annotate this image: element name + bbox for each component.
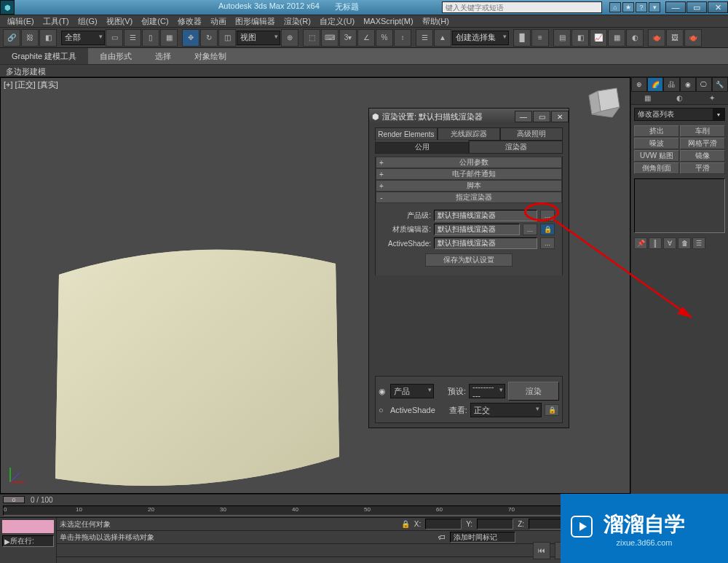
- dialog-min[interactable]: —: [515, 111, 532, 122]
- menu-create[interactable]: 创建(C): [137, 15, 173, 28]
- menu-grapheditors[interactable]: 图形编辑器: [231, 15, 280, 28]
- lock-view-icon[interactable]: 🔒: [545, 404, 559, 416]
- mod-bevel[interactable]: 倒角剖面: [634, 162, 679, 174]
- select-icon[interactable]: ▭: [106, 29, 123, 47]
- named-selection-icon[interactable]: ☰: [416, 29, 433, 47]
- schematic-icon[interactable]: ▦: [608, 29, 625, 47]
- snap-toggle-icon[interactable]: 3▾: [339, 29, 357, 47]
- maxscript-mini[interactable]: [2, 520, 54, 533]
- help-icon-3[interactable]: ?: [636, 2, 647, 12]
- panel-tab-create[interactable]: ⊕: [631, 77, 647, 92]
- mod-uvwmap[interactable]: UVW 贴图: [634, 150, 679, 162]
- modifier-list[interactable]: 修改器列表▾: [634, 108, 725, 121]
- tab-render-elements[interactable]: Render Elements: [375, 127, 438, 141]
- subicon-2[interactable]: ◐: [663, 92, 695, 104]
- menu-maxscript[interactable]: MAXScript(M): [359, 15, 417, 28]
- field-z[interactable]: [529, 519, 565, 529]
- angle-snap-icon[interactable]: ∠: [357, 29, 375, 47]
- status-line[interactable]: ▶ 所在行:: [2, 535, 54, 547]
- menu-modifiers[interactable]: 修改器: [173, 15, 206, 28]
- viewport-label[interactable]: [+] [正交] [真实]: [4, 79, 58, 90]
- keyboard-icon[interactable]: ⌨: [321, 29, 339, 47]
- goto-start-icon[interactable]: ⏮: [533, 542, 550, 559]
- tab-raytracer[interactable]: 光线跟踪器: [438, 127, 500, 141]
- ribbon-tab-graphite[interactable]: Graphite 建模工具: [0, 48, 88, 64]
- dialog-max[interactable]: ▭: [533, 111, 550, 122]
- tab-renderer[interactable]: 渲染器: [469, 141, 563, 154]
- unlink-icon[interactable]: ⛓: [21, 29, 39, 47]
- tab-common[interactable]: 公用: [375, 141, 469, 154]
- pivot-icon[interactable]: ⊕: [281, 29, 298, 47]
- render-setup-icon[interactable]: 🫖: [648, 29, 665, 47]
- spinner-snap-icon[interactable]: ↕: [394, 29, 411, 47]
- render-button[interactable]: 渲染: [508, 382, 559, 401]
- panel-tab-hierarchy[interactable]: 品: [663, 77, 679, 92]
- mirror-tool-icon[interactable]: ▐▌: [513, 29, 531, 47]
- layer-icon[interactable]: ▤: [553, 29, 571, 47]
- tab-adv-lighting[interactable]: 高级照明: [500, 127, 563, 141]
- bind-icon[interactable]: ◧: [39, 29, 57, 47]
- roll-assign-renderer[interactable]: -指定渲染器: [376, 192, 562, 203]
- panel-tab-utilities[interactable]: 🔧: [712, 77, 728, 92]
- menu-view[interactable]: 视图(V): [102, 15, 138, 28]
- select-name-icon[interactable]: ☰: [124, 29, 141, 47]
- render-icon[interactable]: 🫖: [684, 29, 702, 47]
- panel-tab-modify[interactable]: 🌈: [647, 77, 663, 92]
- menu-help[interactable]: 帮助(H): [418, 15, 454, 28]
- align-icon[interactable]: ≡: [531, 29, 549, 47]
- mod-lathe[interactable]: 车削: [680, 125, 725, 137]
- time-tag-icon[interactable]: 🏷: [438, 533, 446, 541]
- save-defaults-button[interactable]: 保存为默认设置: [425, 253, 513, 267]
- time-slider[interactable]: 0: [3, 496, 25, 503]
- rotate-icon[interactable]: ↻: [200, 29, 218, 47]
- pick-activeshade[interactable]: …: [540, 237, 555, 249]
- move-icon[interactable]: ✥: [182, 29, 199, 47]
- menu-tools[interactable]: 工具(T): [39, 15, 74, 28]
- manipulate-icon[interactable]: ⬚: [303, 29, 320, 47]
- field-y[interactable]: [477, 519, 513, 529]
- roll-email[interactable]: +电子邮件通知: [376, 168, 562, 180]
- percent-snap-icon[interactable]: %: [376, 29, 393, 47]
- view-combo[interactable]: 正交: [470, 403, 542, 417]
- radio-activeshade[interactable]: ○: [379, 406, 387, 414]
- menu-customize[interactable]: 自定义(U): [315, 15, 359, 28]
- subicon-3[interactable]: ✦: [696, 92, 728, 104]
- dialog-close[interactable]: ✕: [551, 111, 569, 122]
- mod-meshsmooth[interactable]: 网格平滑: [680, 138, 725, 149]
- roll-common-params[interactable]: +公用参数: [376, 157, 562, 168]
- panel-tab-display[interactable]: 🖵: [696, 77, 712, 92]
- help-icon-4[interactable]: ▾: [649, 2, 660, 12]
- mod-mirror[interactable]: 镜像: [680, 150, 725, 162]
- ribbon-icon[interactable]: ◧: [571, 29, 589, 47]
- menu-render[interactable]: 渲染(R): [280, 15, 315, 28]
- viewcube[interactable]: [587, 85, 622, 120]
- app-icon[interactable]: ⬢: [0, 0, 15, 15]
- search-box[interactable]: [442, 1, 602, 13]
- select-rect-icon[interactable]: ▯: [142, 29, 159, 47]
- selection-set-combo[interactable]: 创建选择集: [452, 31, 509, 45]
- subicon-1[interactable]: ▦: [631, 92, 663, 104]
- mod-noise[interactable]: 噪波: [634, 138, 679, 149]
- pick-material[interactable]: …: [523, 224, 537, 235]
- link-icon[interactable]: 🔗: [3, 29, 20, 47]
- render-frame-icon[interactable]: 🖼: [666, 29, 684, 47]
- curve-editor-icon[interactable]: 📈: [590, 29, 607, 47]
- search-input[interactable]: [443, 2, 601, 12]
- close-button[interactable]: ✕: [708, 1, 728, 13]
- minimize-button[interactable]: —: [665, 1, 686, 13]
- scale-icon[interactable]: ◫: [218, 29, 236, 47]
- mod-smooth[interactable]: 平滑: [680, 162, 725, 174]
- radio-product[interactable]: ◉: [379, 387, 387, 396]
- footer-product-combo[interactable]: 产品: [390, 384, 434, 398]
- roll-scripts[interactable]: +脚本: [376, 180, 562, 192]
- coord-combo[interactable]: 视图: [237, 31, 280, 45]
- menu-group[interactable]: 组(G): [74, 15, 102, 28]
- lock-selection-icon[interactable]: 🔒: [401, 520, 410, 528]
- ribbon-tab-objpaint[interactable]: 对象绘制: [183, 48, 238, 64]
- window-crossing-icon[interactable]: ▦: [160, 29, 178, 47]
- preset-combo[interactable]: -----------: [469, 384, 505, 398]
- ribbon-tab-selection[interactable]: 选择: [143, 48, 183, 64]
- ribbon-subbar[interactable]: 多边形建模: [0, 64, 728, 77]
- panel-tab-motion[interactable]: ◉: [680, 77, 696, 92]
- help-icon-1[interactable]: ⌂: [609, 2, 621, 12]
